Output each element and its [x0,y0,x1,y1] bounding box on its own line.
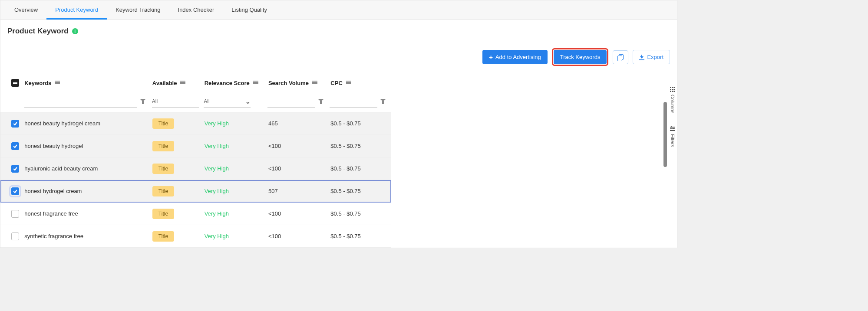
sort-icon [346,81,351,85]
row-keyword: hyaluronic acid beauty cream [24,165,98,172]
tab-overview[interactable]: Overview [6,0,46,20]
relevance-value: Very High [205,165,229,172]
relevance-value: Very High [205,210,229,217]
keyword-table: Keywords Available Relevance Score Searc… [0,74,391,248]
table-body: honest beauty hydrogel creamTitleVery Hi… [0,112,391,248]
info-icon[interactable]: i [72,28,78,34]
tab-listing-quality[interactable]: Listing Quality [223,0,276,20]
relevance-value: Very High [205,120,229,127]
page-title: Product Keyword [7,27,69,36]
grid-icon [670,87,675,92]
table-row[interactable]: honest beauty hydrogelTitleVery High<100… [0,135,391,157]
relevance-value: Very High [205,233,229,239]
rail-filters-label: Filters [670,134,675,147]
row-checkbox[interactable] [11,210,19,218]
col-available[interactable]: Available [152,80,205,86]
row-keyword: honest beauty hydrogel [24,143,83,149]
col-relevance-label: Relevance Score [205,80,250,86]
col-available-label: Available [152,80,177,86]
right-rail: Columns Filters [668,65,677,147]
available-badge: Title [152,141,174,151]
col-search-volume[interactable]: Search Volume [268,80,330,86]
export-label: Export [647,54,663,60]
filter-keywords-input[interactable] [24,96,137,108]
table-header: Keywords Available Relevance Score Searc… [0,74,391,92]
rail-columns[interactable]: Columns [670,87,675,113]
cpc-value: $0.5 - $0.75 [330,188,360,194]
cpc-value: $0.5 - $0.75 [330,233,360,239]
table-row[interactable]: honest beauty hydrogel creamTitleVery Hi… [0,112,391,135]
row-checkbox[interactable] [11,232,19,240]
row-checkbox[interactable] [11,165,19,173]
filter-icon[interactable] [140,99,146,105]
copy-button[interactable] [613,50,628,64]
rail-filters[interactable]: Filters [670,126,675,147]
cpc-value: $0.5 - $0.75 [330,210,360,217]
tab-bar: Overview Product Keyword Keyword Trackin… [0,0,677,20]
plus-icon: + [489,54,493,60]
add-to-advertising-button[interactable]: + Add to Advertising [482,50,548,64]
sort-icon [180,81,185,85]
col-search-volume-label: Search Volume [268,80,309,86]
table-row[interactable]: hyaluronic acid beauty creamTitleVery Hi… [0,157,391,180]
col-keywords-label: Keywords [24,80,51,86]
row-checkbox[interactable] [11,187,19,195]
col-cpc-label: CPC [330,80,342,86]
download-icon [639,55,644,60]
tab-index-checker[interactable]: Index Checker [169,0,223,20]
table-row[interactable]: honest hydrogel creamTitleVery High507$0… [0,180,391,203]
sort-icon [253,81,258,85]
volume-value: 465 [268,120,278,127]
filter-relevance-select[interactable]: All ⌄ [204,96,251,108]
sliders-icon [670,126,675,131]
volume-value: <100 [268,210,281,217]
row-checkbox[interactable] [11,120,19,128]
col-cpc[interactable]: CPC [330,80,386,86]
filter-icon[interactable] [318,99,324,105]
filter-volume-input[interactable] [267,96,315,108]
available-badge: Title [152,118,174,129]
table-filter-row: All All ⌄ [0,92,391,112]
cpc-value: $0.5 - $0.75 [330,143,360,149]
filter-icon[interactable] [380,99,386,105]
row-checkbox[interactable] [11,142,19,150]
row-keyword: honest hydrogel cream [24,188,82,194]
page-header: Product Keyword i [0,20,677,41]
checkbox-focus-ring [10,187,20,196]
tab-keyword-tracking[interactable]: Keyword Tracking [107,0,169,20]
export-button[interactable]: Export [633,50,670,64]
col-relevance[interactable]: Relevance Score [205,80,268,86]
row-keyword: honest fragrance free [24,210,78,217]
track-keywords-button[interactable]: Track Keywords [554,50,607,64]
sort-icon [55,81,60,85]
row-keyword: synthetic fragrance free [24,233,83,239]
volume-value: <100 [268,233,281,239]
vertical-scrollbar[interactable] [663,102,667,167]
filter-available-value: All [152,98,158,105]
available-badge: Title [152,186,174,196]
available-badge: Title [152,164,174,174]
chevron-down-icon: ⌄ [245,98,251,105]
select-all-checkbox[interactable] [11,79,19,87]
col-keywords[interactable]: Keywords [24,80,152,86]
copy-icon [617,54,624,60]
sort-icon [312,81,317,85]
table-row[interactable]: synthetic fragrance freeTitleVery High<1… [0,225,391,248]
tab-product-keyword[interactable]: Product Keyword [46,0,107,20]
filter-available-select[interactable]: All [152,96,199,108]
filter-relevance-value: All [204,98,209,105]
table-row[interactable]: honest fragrance freeTitleVery High<100$… [0,203,391,225]
rail-columns-label: Columns [670,95,675,113]
available-badge: Title [152,209,174,219]
volume-value: 507 [268,188,278,194]
row-keyword: honest beauty hydrogel cream [24,120,100,127]
relevance-value: Very High [205,188,229,194]
track-keywords-label: Track Keywords [560,54,601,60]
filter-cpc-input[interactable] [330,96,377,108]
track-keywords-highlight: Track Keywords [552,48,609,66]
cpc-value: $0.5 - $0.75 [330,120,360,127]
volume-value: <100 [268,143,281,149]
relevance-value: Very High [205,143,229,149]
volume-value: <100 [268,165,281,172]
available-badge: Title [152,231,174,242]
